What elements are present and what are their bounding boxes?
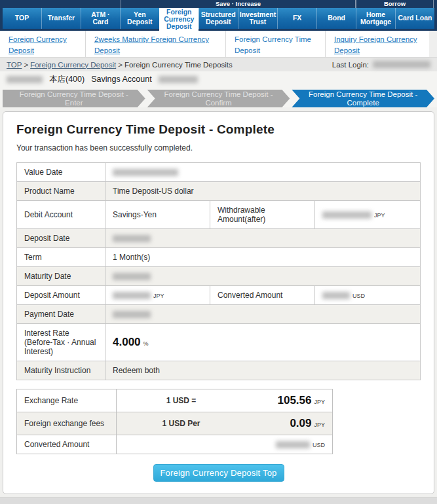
interest-rate-value: 4.000	[113, 336, 141, 348]
value-date-masked	[113, 169, 178, 176]
table-row-fx-fees: Foreign exchange fees 1 USD Per 0.09JPY	[17, 412, 333, 435]
footer-bar	[0, 497, 437, 504]
table-row-debit-account: Debit Account Savings-Yen Withdrawable A…	[17, 201, 421, 229]
table-row-maturity-instruction: Maturity Instruction Redeem both	[17, 361, 421, 380]
subnav-link-time-deposit: Foreign Currency Time Deposit	[235, 34, 321, 56]
subnav-item-inquiry: Inquiry Foreign Currency Deposit	[326, 31, 429, 57]
subnav-item-foreign-currency-deposit: Foreign Currency Deposit	[0, 31, 86, 57]
account-type: Savings Account	[91, 75, 151, 84]
foreign-currency-deposit-top-button[interactable]: Foreign Currency Deposit Top	[153, 464, 284, 482]
table-row-payment-date: Payment Date	[17, 305, 421, 324]
account-number-masked	[159, 76, 198, 83]
table-row-deposit-amount: Deposit Amount JPY Converted Amount USD	[17, 286, 421, 305]
subnav-item-2weeks-maturity: 2weeks Maturity Foreign Currency Deposit	[86, 31, 226, 57]
breadcrumb-current: Foreign Currency Time Deposits	[124, 61, 233, 69]
success-message: Your transaction has been successfully c…	[16, 143, 421, 153]
subnav-link-foreign-currency-deposit[interactable]: Foreign Currency Deposit	[9, 34, 81, 56]
breadcrumb: TOP>Foreign Currency Deposit>Foreign Cur…	[7, 61, 233, 69]
button-row: Foreign Currency Deposit Top	[16, 464, 421, 482]
nav-tabs: TOP Transfer ATM · Card Yen Deposit Fore…	[0, 8, 437, 29]
tab-foreign-currency-deposit[interactable]: Foreign Currency Deposit	[159, 8, 199, 31]
tab-bond[interactable]: Bond	[316, 8, 356, 29]
account-branch: 本店(400)	[49, 74, 85, 85]
table-row-exchange-rate: Exchange Rate 1 USD = 105.56JPY	[17, 389, 333, 412]
exchange-rate-value: 105.56	[277, 394, 311, 406]
subnav-link-inquiry[interactable]: Inquiry Foreign Currency Deposit	[334, 34, 425, 56]
tab-fx[interactable]: FX	[277, 8, 316, 29]
step-complete: Foreign Currency Time Deposit - Complete	[292, 90, 434, 107]
table-row-product-name: Product Name Time Deposit-US dollar	[17, 182, 421, 201]
account-holder-masked	[7, 76, 43, 83]
fx-fee-value: 0.09	[290, 417, 311, 429]
maturity-date-masked	[113, 273, 151, 280]
deposit-detail-table: Value Date Product Name Time Deposit-US …	[16, 162, 421, 380]
subnav: Foreign Currency Deposit 2weeks Maturity…	[0, 31, 429, 57]
table-row-value-date: Value Date	[17, 163, 421, 182]
deposit-amount-masked	[113, 292, 151, 299]
tab-atm-card[interactable]: ATM · Card	[81, 8, 120, 29]
nav-group-save-increase: Save · Increase	[121, 0, 356, 8]
step-indicator: Foreign Currency Time Deposit - Enter Fo…	[0, 87, 437, 107]
page-background: Foreign Currency Time Deposit - Complete…	[0, 107, 437, 494]
last-login: Last Login:	[332, 61, 430, 69]
table-row-deposit-date: Deposit Date	[17, 229, 421, 248]
step-enter: Foreign Currency Time Deposit - Enter	[3, 90, 145, 107]
page-title: Foreign Currency Time Deposit - Complete	[16, 122, 421, 137]
step-confirm: Foreign Currency Time Deposit - Confirm	[147, 90, 290, 107]
subnav-item-time-deposit: Foreign Currency Time Deposit	[226, 31, 326, 57]
fx-converted-amount-masked	[276, 441, 310, 448]
tab-transfer[interactable]: Transfer	[41, 8, 81, 29]
tab-structured-deposit[interactable]: Structured Deposit	[199, 8, 238, 29]
content-panel: Foreign Currency Time Deposit - Complete…	[3, 111, 434, 494]
payment-date-masked	[113, 311, 151, 318]
tab-yen-deposit[interactable]: Yen Deposit	[120, 8, 159, 29]
converted-amount-masked	[322, 292, 350, 299]
subnav-row: Foreign Currency Deposit 2weeks Maturity…	[0, 31, 437, 57]
withdrawable-amount-masked	[322, 211, 371, 219]
nav-group-borrow: Borrow	[356, 0, 434, 8]
table-row-maturity-date: Maturity Date	[17, 267, 421, 286]
exchange-rate-table: Exchange Rate 1 USD = 105.56JPY Foreign …	[16, 389, 333, 454]
breadcrumb-link-foreign-currency-deposit[interactable]: Foreign Currency Deposit	[30, 61, 116, 69]
table-row-converted-amount: Converted Amount USD	[17, 435, 333, 454]
last-login-value-masked	[373, 61, 430, 68]
subnav-link-2weeks-maturity[interactable]: 2weeks Maturity Foreign Currency Deposit	[94, 34, 221, 56]
tab-card-loan[interactable]: Card Loan	[395, 8, 434, 29]
account-row: 本店(400) Savings Account	[0, 71, 437, 87]
table-row-term: Term 1 Month(s)	[17, 248, 421, 267]
breadcrumb-link-top[interactable]: TOP	[7, 61, 22, 69]
last-login-label: Last Login:	[332, 61, 369, 69]
table-row-interest-rate: Interest Rate (Before-Tax · Annual Inter…	[17, 324, 421, 361]
tab-home-mortgage[interactable]: Home Mortgage	[356, 8, 395, 29]
breadcrumb-bar: TOP>Foreign Currency Deposit>Foreign Cur…	[0, 57, 437, 71]
deposit-date-masked	[113, 235, 151, 242]
tab-investment-trust[interactable]: Investment Trust	[238, 8, 277, 29]
main-nav: Save · Increase Borrow TOP Transfer ATM …	[0, 0, 437, 31]
tab-top[interactable]: TOP	[3, 8, 41, 29]
